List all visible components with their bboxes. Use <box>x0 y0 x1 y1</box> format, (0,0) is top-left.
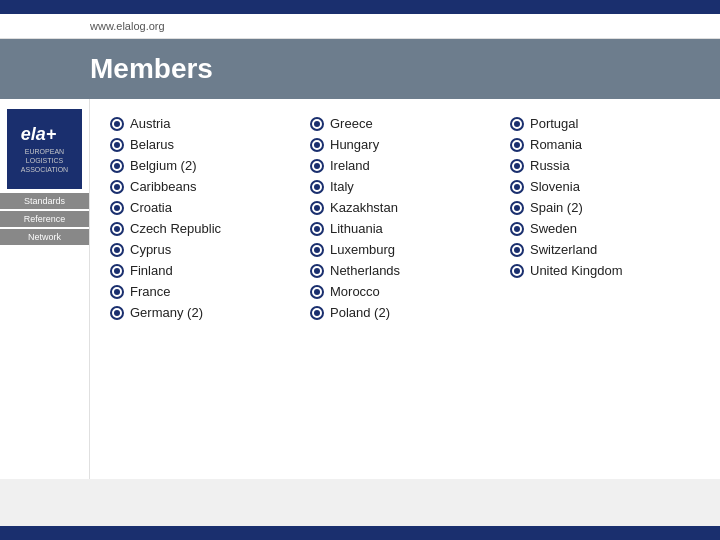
bullet-icon <box>510 243 524 257</box>
list-item: Croatia <box>110 197 300 218</box>
bullet-icon <box>310 180 324 194</box>
bullet-icon <box>310 306 324 320</box>
list-item: Austria <box>110 113 300 134</box>
bullet-icon <box>110 138 124 152</box>
member-name: Morocco <box>330 284 380 299</box>
member-name: Spain (2) <box>530 200 583 215</box>
member-name: Kazakhstan <box>330 200 398 215</box>
member-name: Lithuania <box>330 221 383 236</box>
list-item: Switzerland <box>510 239 700 260</box>
bullet-icon <box>310 117 324 131</box>
bullet-icon <box>110 243 124 257</box>
top-bar <box>0 0 720 14</box>
sidebar: ela+ EUROPEANLOGISTICSASSOCIATION Standa… <box>0 99 90 479</box>
list-item: Lithuania <box>310 218 500 239</box>
member-name: Romania <box>530 137 582 152</box>
bullet-icon <box>110 117 124 131</box>
list-item: Spain (2) <box>510 197 700 218</box>
member-name: France <box>130 284 170 299</box>
member-name: Ireland <box>330 158 370 173</box>
sidebar-item-network[interactable]: Network <box>0 229 89 245</box>
member-name: Luxemburg <box>330 242 395 257</box>
bullet-icon <box>310 264 324 278</box>
bullet-icon <box>310 285 324 299</box>
footer-bar <box>0 526 720 540</box>
list-item: Romania <box>510 134 700 155</box>
list-item: France <box>110 281 300 302</box>
list-item: Italy <box>310 176 500 197</box>
header-section: Members <box>0 39 720 99</box>
member-name: Cyprus <box>130 242 171 257</box>
member-name: Poland (2) <box>330 305 390 320</box>
member-name: Italy <box>330 179 354 194</box>
list-item: Slovenia <box>510 176 700 197</box>
bullet-icon <box>510 180 524 194</box>
sidebar-item-reference[interactable]: Reference <box>0 211 89 227</box>
member-name: Slovenia <box>530 179 580 194</box>
list-item: Germany (2) <box>110 302 300 323</box>
member-name: Belarus <box>130 137 174 152</box>
member-name: Sweden <box>530 221 577 236</box>
main-content: ela+ EUROPEANLOGISTICSASSOCIATION Standa… <box>0 99 720 479</box>
member-name: Belgium (2) <box>130 158 196 173</box>
member-name: Austria <box>130 116 170 131</box>
bullet-icon <box>110 180 124 194</box>
bullet-icon <box>310 159 324 173</box>
list-item: Sweden <box>510 218 700 239</box>
list-item: Caribbeans <box>110 176 300 197</box>
bullet-icon <box>510 117 524 131</box>
member-name: Switzerland <box>530 242 597 257</box>
bullet-icon <box>310 138 324 152</box>
member-name: Czech Republic <box>130 221 221 236</box>
list-item: Cyprus <box>110 239 300 260</box>
member-name: United Kingdom <box>530 263 623 278</box>
member-name: Finland <box>130 263 173 278</box>
sidebar-nav: Standards Reference Network <box>0 193 89 247</box>
ela-logo: ela+ EUROPEANLOGISTICSASSOCIATION <box>7 109 82 189</box>
bullet-icon <box>510 138 524 152</box>
bullet-icon <box>310 243 324 257</box>
members-list: AustriaBelarusBelgium (2)CaribbeansCroat… <box>90 99 720 479</box>
member-name: Croatia <box>130 200 172 215</box>
bullet-icon <box>110 306 124 320</box>
member-name: Hungary <box>330 137 379 152</box>
sidebar-item-standards[interactable]: Standards <box>0 193 89 209</box>
member-name: Portugal <box>530 116 578 131</box>
list-item: Kazakhstan <box>310 197 500 218</box>
list-item: Belarus <box>110 134 300 155</box>
list-item: Greece <box>310 113 500 134</box>
bullet-icon <box>310 201 324 215</box>
list-item: Czech Republic <box>110 218 300 239</box>
bullet-icon <box>510 159 524 173</box>
bullet-icon <box>110 201 124 215</box>
list-item: Netherlands <box>310 260 500 281</box>
page-title: Members <box>90 53 213 84</box>
bullet-icon <box>510 222 524 236</box>
bullet-icon <box>110 264 124 278</box>
list-item: Hungary <box>310 134 500 155</box>
bullet-icon <box>510 264 524 278</box>
list-item: United Kingdom <box>510 260 700 281</box>
bullet-icon <box>510 201 524 215</box>
list-item: Finland <box>110 260 300 281</box>
member-name: Netherlands <box>330 263 400 278</box>
member-name: Russia <box>530 158 570 173</box>
ela-logo-sub: EUROPEANLOGISTICSASSOCIATION <box>21 147 68 174</box>
list-item: Ireland <box>310 155 500 176</box>
bullet-icon <box>310 222 324 236</box>
website-url: www.elalog.org <box>90 20 165 32</box>
bullet-icon <box>110 285 124 299</box>
bullet-icon <box>110 222 124 236</box>
member-name: Greece <box>330 116 373 131</box>
list-item: Poland (2) <box>310 302 500 323</box>
bullet-icon <box>110 159 124 173</box>
list-item: Portugal <box>510 113 700 134</box>
member-name: Germany (2) <box>130 305 203 320</box>
list-item: Russia <box>510 155 700 176</box>
list-item: Luxemburg <box>310 239 500 260</box>
ela-logo-text: ela+ <box>21 124 68 145</box>
list-item: Morocco <box>310 281 500 302</box>
website-bar: www.elalog.org <box>0 14 720 39</box>
list-item: Belgium (2) <box>110 155 300 176</box>
member-name: Caribbeans <box>130 179 197 194</box>
